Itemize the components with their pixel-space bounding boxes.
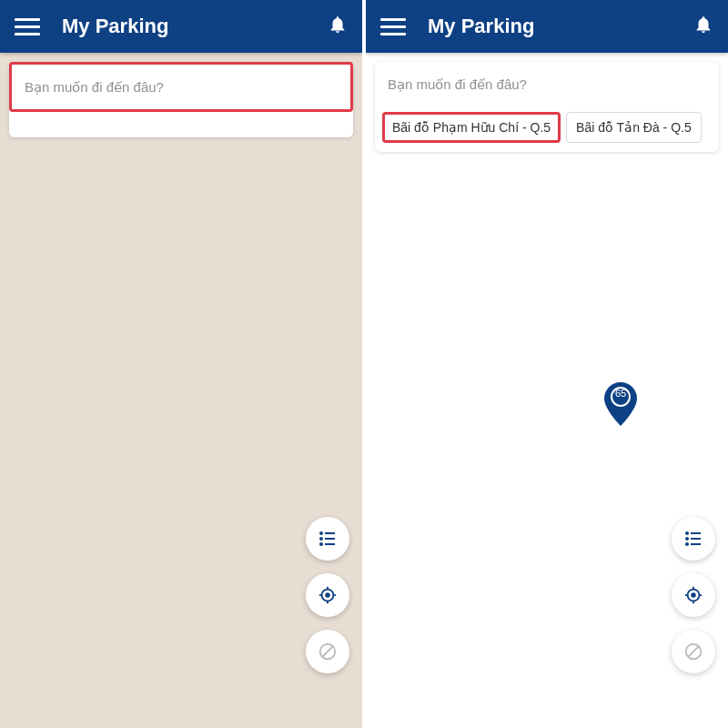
app-header: My Parking	[0, 0, 362, 53]
bell-icon	[328, 15, 348, 35]
svg-point-15	[686, 532, 688, 534]
svg-point-16	[686, 538, 688, 540]
svg-line-28	[689, 647, 699, 657]
svg-point-1	[320, 538, 322, 540]
map-pin[interactable]: 65	[604, 382, 637, 430]
locate-icon	[683, 585, 703, 605]
locate-button[interactable]	[672, 573, 715, 617]
search-input[interactable]	[375, 62, 719, 106]
list-button[interactable]	[306, 517, 349, 561]
svg-point-17	[686, 543, 688, 545]
pin-icon	[604, 382, 637, 426]
fab-stack	[672, 517, 715, 673]
svg-point-22	[692, 593, 695, 597]
list-button[interactable]	[672, 517, 715, 561]
notifications-button[interactable]	[328, 15, 348, 38]
menu-button[interactable]	[380, 14, 406, 39]
list-icon	[317, 528, 339, 550]
screen-left: My Parking	[0, 0, 362, 728]
notifications-button[interactable]	[693, 15, 713, 38]
locate-icon	[318, 585, 338, 605]
suggestion-chip[interactable]: Bãi đỗ Phạm Hữu Chí - Q.5	[382, 112, 561, 143]
search-input[interactable]	[12, 65, 350, 109]
prohibited-icon	[318, 642, 338, 662]
highlight-box	[9, 62, 353, 112]
svg-point-2	[320, 543, 322, 545]
search-card: Bãi đỗ Phạm Hữu Chí - Q.5 Bãi đỗ Tản Đà …	[375, 62, 719, 152]
svg-line-13	[323, 647, 333, 657]
list-icon	[682, 528, 704, 550]
fab-stack	[306, 517, 349, 673]
svg-point-7	[326, 593, 329, 597]
suggestion-chip[interactable]: Bãi đỗ Tản Đà - Q.5	[566, 112, 702, 143]
clear-button[interactable]	[306, 630, 349, 673]
bell-icon	[693, 15, 713, 35]
svg-point-0	[320, 532, 322, 534]
menu-button[interactable]	[15, 14, 40, 39]
app-title: My Parking	[62, 15, 168, 38]
app-title: My Parking	[428, 15, 534, 38]
app-header: My Parking	[366, 0, 728, 53]
screen-right: My Parking Bãi đỗ Phạm Hữu Chí - Q.5 Bãi…	[366, 0, 728, 728]
locate-button[interactable]	[306, 573, 349, 617]
suggestions-row: Bãi đỗ Phạm Hữu Chí - Q.5 Bãi đỗ Tản Đà …	[375, 106, 719, 152]
clear-button[interactable]	[672, 630, 715, 673]
prohibited-icon	[683, 642, 703, 662]
search-card	[9, 62, 353, 137]
